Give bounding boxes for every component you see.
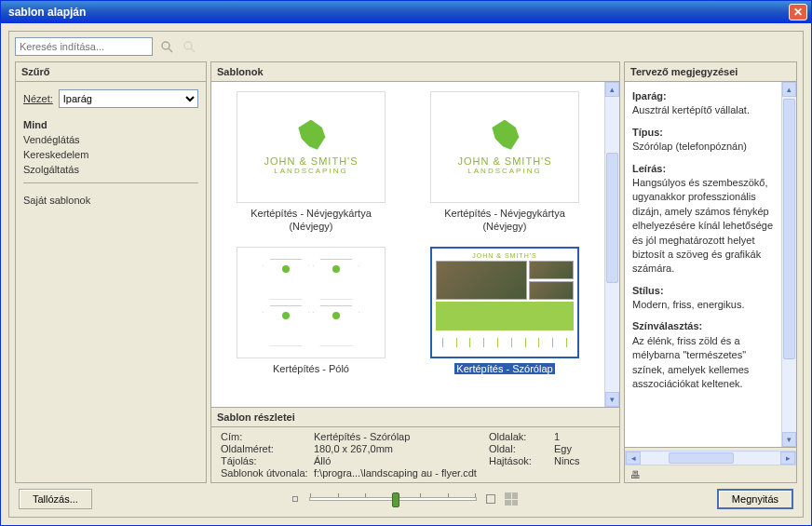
template-label: Kertépítés - Szórólap [454,362,554,375]
search-icon[interactable] [158,38,175,55]
view-row: Nézet: Iparág [23,89,198,108]
window-title: sablon alapján [8,6,789,19]
filter-item-own[interactable]: Saját sablonok [23,193,198,208]
templates-panel: Sablonok JOHN & SMITH'S LANDSCAPING Kert… [210,61,620,483]
detail-value: 180,0 x 267,0mm [314,443,489,454]
detail-value: Nincs [554,455,610,466]
filter-item-service[interactable]: Szolgáltatás [23,162,198,177]
scroll-thumb[interactable] [669,452,734,464]
titlebar: sablon alapján ✕ [1,1,811,23]
scroll-track[interactable] [605,97,619,392]
notes-body: Iparág: Ausztrál kertépítő vállalat. Típ… [625,82,796,447]
details-panel: Sablon részletei Cím: Kertépítés - Szóró… [211,407,619,482]
reset-search-icon[interactable] [181,38,197,55]
template-item[interactable]: Kertépítés - Póló [237,247,386,375]
notes-hscrollbar[interactable]: ◂ ▸ [625,451,796,465]
zoom-slider-thumb[interactable] [392,492,399,507]
logo-text: JOHN & SMITH'S [457,155,551,167]
notes-key: Leírás: [632,162,774,176]
scroll-up-icon[interactable]: ▴ [605,82,619,97]
template-thumbnail [237,247,386,358]
detail-value: Kertépítés - Szórólap [314,431,489,442]
filter-separator [23,182,198,187]
bottom-row: Tallózás... Megnyitás [15,483,797,511]
notes-panel: Tervező megjegyzései Iparág: Ausztrál ke… [624,61,797,483]
template-label: Kertépítés - Póló [273,362,349,375]
zoom-slider-area [102,492,708,506]
templates-area: JOHN & SMITH'S LANDSCAPING Kertépítés - … [211,82,619,407]
template-item-selected[interactable]: JOHN & SMITH'S Kertépítés - Szórólap [430,247,579,375]
scroll-track[interactable] [641,452,780,465]
open-button[interactable]: Megnyitás [717,489,793,509]
close-icon: ✕ [793,6,803,19]
main-row: Szűrő Nézet: Iparág Mind Vendéglátás Ker… [15,61,797,483]
templates-scrollbar[interactable]: ▴ ▾ [604,82,619,407]
dialog-window: sablon alapján ✕ Szűrő Nézet: [0,0,812,526]
filter-panel: Szűrő Nézet: Iparág Mind Vendéglátás Ker… [15,61,207,483]
scroll-track[interactable] [782,97,796,432]
filter-item-retail[interactable]: Kereskedelem [23,147,198,162]
search-input[interactable] [15,37,153,56]
filter-header: Szűrő [16,62,206,82]
scroll-thumb[interactable] [783,99,795,359]
notes-key: Stílus: [632,284,774,298]
printer-icon[interactable]: 🖶 [630,469,641,480]
scroll-up-icon[interactable]: ▴ [782,82,796,97]
zoom-large-icon[interactable] [486,494,495,504]
detail-value: Álló [314,455,489,466]
template-thumbnail: JOHN & SMITH'S LANDSCAPING [237,91,386,203]
template-thumbnail: JOHN & SMITH'S LANDSCAPING [430,91,579,203]
logo-subtext: LANDSCAPING [274,167,347,175]
detail-label: Sablonok útvonala: [221,467,314,479]
logo-text: JOHN & SMITH'S [436,252,574,259]
svg-line-3 [191,48,195,52]
zoom-small-icon[interactable] [291,494,300,504]
zoom-slider[interactable] [309,497,477,501]
details-body: Cím: Kertépítés - Szórólap Oldalak: 1 Ol… [211,427,619,482]
detail-label: Oldalméret: [221,443,314,454]
browse-button[interactable]: Tallózás... [19,489,92,509]
logo-text: JOHN & SMITH'S [264,155,358,167]
detail-value: f:\progra...\landscaping au - flyer.cdt [314,467,610,479]
grid-view-icon[interactable] [505,492,518,506]
notes-text: Iparág: Ausztrál kertépítő vállalat. Típ… [625,82,781,447]
template-item[interactable]: JOHN & SMITH'S LANDSCAPING Kertépítés - … [430,91,579,234]
template-thumbnail: JOHN & SMITH'S [430,247,579,358]
notes-value: Modern, friss, energikus. [632,299,744,310]
print-row: 🖶 [625,467,796,482]
detail-label: Tájolás: [221,455,314,466]
scroll-right-icon[interactable]: ▸ [780,452,795,465]
filter-list: Mind Vendéglátás Kereskedelem Szolgáltat… [23,117,198,208]
leaf-icon [489,120,521,152]
detail-value: Egy [554,443,610,454]
template-label: Kertépítés - Névjegykártya (Névjegy) [237,207,386,234]
close-button[interactable]: ✕ [789,4,807,20]
detail-label: Cím: [221,431,314,442]
filter-item-all[interactable]: Mind [23,117,198,132]
template-label: Kertépítés - Névjegykártya (Névjegy) [430,207,579,234]
notes-value: Ausztrál kertépítő vállalat. [632,104,750,115]
filter-body: Nézet: Iparág Mind Vendéglátás Kereskede… [16,82,206,215]
scroll-down-icon[interactable]: ▾ [782,432,796,447]
svg-point-2 [184,42,192,49]
scroll-down-icon[interactable]: ▾ [605,392,619,407]
detail-label: Hajtások: [489,455,554,466]
dialog-body: Szűrő Nézet: Iparág Mind Vendéglátás Ker… [8,31,804,518]
notes-key: Típus: [632,126,774,140]
search-row [15,37,797,61]
notes-footer: ◂ ▸ [625,447,796,467]
templates-grid: JOHN & SMITH'S LANDSCAPING Kertépítés - … [211,82,604,407]
notes-scrollbar[interactable]: ▴ ▾ [781,82,796,447]
svg-line-1 [169,48,172,52]
scroll-left-icon[interactable]: ◂ [626,452,641,465]
notes-key: Színválasztás: [632,319,774,333]
notes-header: Tervező megjegyzései [625,62,796,82]
template-item[interactable]: JOHN & SMITH'S LANDSCAPING Kertépítés - … [237,91,386,234]
scroll-thumb[interactable] [606,153,618,283]
notes-value: Hangsúlyos és szembeszökő, ugyanakkor pr… [632,177,773,274]
notes-value: Szórólap (telefonpóznán) [632,141,747,152]
filter-item-hospitality[interactable]: Vendéglátás [23,132,198,147]
view-select[interactable]: Iparág [59,89,198,108]
details-header: Sablon részletei [211,408,619,427]
detail-label: Oldal: [489,443,554,454]
